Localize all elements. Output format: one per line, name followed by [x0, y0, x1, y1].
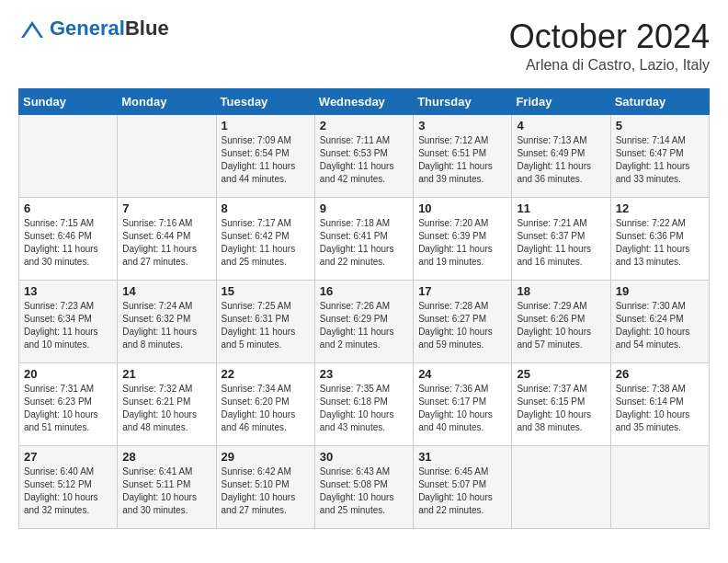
day-info: Sunrise: 6:45 AM Sunset: 5:07 PM Dayligh… — [418, 465, 506, 517]
day-number: 21 — [122, 367, 210, 381]
day-number: 3 — [418, 119, 506, 132]
day-number: 9 — [320, 201, 408, 215]
day-info: Sunrise: 7:21 AM Sunset: 6:37 PM Dayligh… — [517, 217, 605, 269]
day-info: Sunrise: 6:42 AM Sunset: 5:10 PM Dayligh… — [222, 465, 310, 517]
header-day-wednesday: Wednesday — [314, 88, 413, 114]
day-info: Sunrise: 7:11 AM Sunset: 6:53 PM Dayligh… — [320, 134, 408, 186]
month-title: October 2024 — [509, 18, 710, 55]
day-info: Sunrise: 7:15 AM Sunset: 6:46 PM Dayligh… — [24, 217, 112, 269]
calendar-body: 1Sunrise: 7:09 AM Sunset: 6:54 PM Daylig… — [19, 114, 710, 528]
calendar-header: SundayMondayTuesdayWednesdayThursdayFrid… — [19, 88, 710, 114]
day-number: 12 — [616, 201, 704, 215]
day-number: 22 — [222, 367, 310, 381]
day-number: 13 — [24, 284, 112, 298]
day-info: Sunrise: 7:22 AM Sunset: 6:36 PM Dayligh… — [616, 217, 704, 269]
day-number: 8 — [222, 201, 310, 215]
day-number: 16 — [320, 284, 408, 298]
day-info: Sunrise: 7:31 AM Sunset: 6:23 PM Dayligh… — [24, 383, 112, 434]
logo-icon — [18, 21, 46, 38]
day-info: Sunrise: 7:09 AM Sunset: 6:54 PM Dayligh… — [222, 134, 310, 186]
header-day-thursday: Thursday — [414, 88, 512, 114]
day-info: Sunrise: 7:12 AM Sunset: 6:51 PM Dayligh… — [418, 134, 506, 186]
day-number: 15 — [222, 284, 310, 298]
day-cell: 18Sunrise: 7:29 AM Sunset: 6:26 PM Dayli… — [512, 280, 610, 362]
day-cell: 16Sunrise: 7:26 AM Sunset: 6:29 PM Dayli… — [314, 280, 413, 362]
day-number: 11 — [517, 201, 605, 215]
day-number: 24 — [418, 367, 506, 381]
day-number: 17 — [418, 284, 506, 298]
day-cell: 12Sunrise: 7:22 AM Sunset: 6:36 PM Dayli… — [610, 197, 709, 280]
day-cell: 17Sunrise: 7:28 AM Sunset: 6:27 PM Dayli… — [414, 280, 512, 362]
day-info: Sunrise: 6:43 AM Sunset: 5:08 PM Dayligh… — [320, 465, 408, 517]
day-info: Sunrise: 7:32 AM Sunset: 6:21 PM Dayligh… — [122, 383, 210, 434]
day-info: Sunrise: 7:14 AM Sunset: 6:47 PM Dayligh… — [616, 134, 704, 186]
day-info: Sunrise: 7:36 AM Sunset: 6:17 PM Dayligh… — [418, 383, 506, 434]
day-number: 5 — [616, 119, 704, 132]
day-info: Sunrise: 7:20 AM Sunset: 6:39 PM Dayligh… — [418, 217, 506, 269]
day-cell: 3Sunrise: 7:12 AM Sunset: 6:51 PM Daylig… — [414, 114, 512, 197]
day-cell — [19, 114, 118, 197]
day-number: 31 — [418, 450, 506, 464]
header-row: SundayMondayTuesdayWednesdayThursdayFrid… — [19, 88, 710, 114]
week-row-5: 27Sunrise: 6:40 AM Sunset: 5:12 PM Dayli… — [19, 445, 710, 528]
day-number: 7 — [122, 201, 210, 215]
day-cell: 1Sunrise: 7:09 AM Sunset: 6:54 PM Daylig… — [216, 114, 314, 197]
day-cell: 29Sunrise: 6:42 AM Sunset: 5:10 PM Dayli… — [216, 445, 314, 528]
day-number: 19 — [616, 284, 704, 298]
day-number: 6 — [24, 201, 112, 215]
header-day-sunday: Sunday — [19, 88, 118, 114]
day-cell: 24Sunrise: 7:36 AM Sunset: 6:17 PM Dayli… — [414, 362, 512, 445]
day-number: 29 — [222, 450, 310, 464]
week-row-2: 6Sunrise: 7:15 AM Sunset: 6:46 PM Daylig… — [19, 197, 710, 280]
day-cell: 7Sunrise: 7:16 AM Sunset: 6:44 PM Daylig… — [118, 197, 216, 280]
day-number: 26 — [616, 367, 704, 381]
day-cell: 5Sunrise: 7:14 AM Sunset: 6:47 PM Daylig… — [610, 114, 709, 197]
location-title: Arlena di Castro, Lazio, Italy — [509, 57, 710, 74]
day-number: 27 — [24, 450, 112, 464]
header-day-monday: Monday — [118, 88, 216, 114]
day-info: Sunrise: 7:13 AM Sunset: 6:49 PM Dayligh… — [517, 134, 605, 186]
day-info: Sunrise: 7:23 AM Sunset: 6:34 PM Dayligh… — [24, 300, 112, 351]
day-info: Sunrise: 7:24 AM Sunset: 6:32 PM Dayligh… — [122, 300, 210, 351]
day-info: Sunrise: 7:16 AM Sunset: 6:44 PM Dayligh… — [122, 217, 210, 269]
week-row-4: 20Sunrise: 7:31 AM Sunset: 6:23 PM Dayli… — [19, 362, 710, 445]
day-cell: 2Sunrise: 7:11 AM Sunset: 6:53 PM Daylig… — [314, 114, 413, 197]
day-number: 30 — [320, 450, 408, 464]
header-day-friday: Friday — [512, 88, 610, 114]
logo: GeneralBlue — [18, 18, 169, 39]
day-cell: 8Sunrise: 7:17 AM Sunset: 6:42 PM Daylig… — [216, 197, 314, 280]
day-cell: 30Sunrise: 6:43 AM Sunset: 5:08 PM Dayli… — [314, 445, 413, 528]
day-cell: 28Sunrise: 6:41 AM Sunset: 5:11 PM Dayli… — [118, 445, 216, 528]
day-number: 28 — [122, 450, 210, 464]
day-cell: 10Sunrise: 7:20 AM Sunset: 6:39 PM Dayli… — [414, 197, 512, 280]
day-cell: 23Sunrise: 7:35 AM Sunset: 6:18 PM Dayli… — [314, 362, 413, 445]
day-info: Sunrise: 7:30 AM Sunset: 6:24 PM Dayligh… — [616, 300, 704, 351]
day-cell: 26Sunrise: 7:38 AM Sunset: 6:14 PM Dayli… — [610, 362, 709, 445]
day-info: Sunrise: 7:38 AM Sunset: 6:14 PM Dayligh… — [616, 383, 704, 434]
day-info: Sunrise: 7:26 AM Sunset: 6:29 PM Dayligh… — [320, 300, 408, 351]
day-cell: 6Sunrise: 7:15 AM Sunset: 6:46 PM Daylig… — [19, 197, 118, 280]
day-cell: 11Sunrise: 7:21 AM Sunset: 6:37 PM Dayli… — [512, 197, 610, 280]
day-cell: 19Sunrise: 7:30 AM Sunset: 6:24 PM Dayli… — [610, 280, 709, 362]
day-info: Sunrise: 7:28 AM Sunset: 6:27 PM Dayligh… — [418, 300, 506, 351]
day-cell — [512, 445, 610, 528]
day-number: 1 — [222, 119, 310, 132]
day-cell: 27Sunrise: 6:40 AM Sunset: 5:12 PM Dayli… — [19, 445, 118, 528]
logo-text: GeneralBlue — [50, 17, 169, 40]
day-info: Sunrise: 7:35 AM Sunset: 6:18 PM Dayligh… — [320, 383, 408, 434]
day-cell: 25Sunrise: 7:37 AM Sunset: 6:15 PM Dayli… — [512, 362, 610, 445]
day-cell: 22Sunrise: 7:34 AM Sunset: 6:20 PM Dayli… — [216, 362, 314, 445]
day-number: 20 — [24, 367, 112, 381]
day-cell: 31Sunrise: 6:45 AM Sunset: 5:07 PM Dayli… — [414, 445, 512, 528]
day-cell — [118, 114, 216, 197]
day-cell: 20Sunrise: 7:31 AM Sunset: 6:23 PM Dayli… — [19, 362, 118, 445]
week-row-1: 1Sunrise: 7:09 AM Sunset: 6:54 PM Daylig… — [19, 114, 710, 197]
day-info: Sunrise: 7:34 AM Sunset: 6:20 PM Dayligh… — [222, 383, 310, 434]
page-header: GeneralBlue October 2024 Arlena di Castr… — [18, 18, 710, 74]
day-cell: 4Sunrise: 7:13 AM Sunset: 6:49 PM Daylig… — [512, 114, 610, 197]
day-cell: 13Sunrise: 7:23 AM Sunset: 6:34 PM Dayli… — [19, 280, 118, 362]
day-cell: 15Sunrise: 7:25 AM Sunset: 6:31 PM Dayli… — [216, 280, 314, 362]
day-number: 2 — [320, 119, 408, 132]
title-block: October 2024 Arlena di Castro, Lazio, It… — [509, 18, 710, 74]
calendar-table: SundayMondayTuesdayWednesdayThursdayFrid… — [18, 88, 710, 529]
